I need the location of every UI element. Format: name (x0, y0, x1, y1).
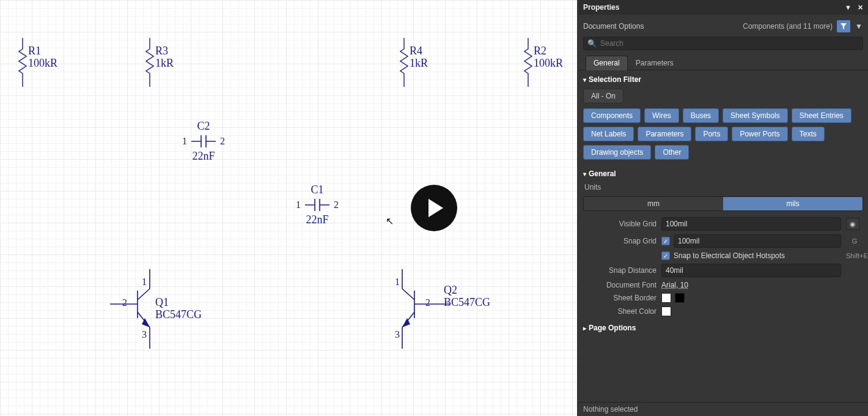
pin-2: 2 (122, 297, 127, 308)
resistor-icon (400, 38, 408, 87)
dropdown-icon[interactable]: ▼ (845, 4, 851, 12)
document-font-value[interactable]: Arial, 10 (661, 281, 688, 289)
pin-3: 3 (395, 329, 400, 340)
search-box[interactable]: 🔍 (583, 37, 863, 50)
snap-grid-hotkey: G (846, 237, 863, 245)
panel-title: Properties (583, 3, 619, 12)
transistor-icon (391, 269, 452, 349)
component-value: 22nF (296, 214, 339, 226)
play-button[interactable] (411, 185, 457, 231)
sheet-border-label: Sheet Border (583, 294, 657, 302)
snap-grid-label: Snap Grid (583, 237, 657, 245)
resistor-icon (18, 38, 27, 87)
snap-grid-input[interactable] (674, 234, 841, 248)
unit-mils[interactable]: mils (723, 197, 862, 210)
filter-texts[interactable]: Texts (792, 127, 825, 141)
pin-2: 2 (425, 297, 430, 308)
component-q1[interactable]: 1 2 3 Q1 BC547CG (110, 269, 165, 349)
section-general[interactable]: General (583, 167, 863, 180)
panel-header: Properties ▼ ✕ (578, 0, 868, 15)
component-value: BC547CG (155, 308, 202, 321)
pin-1: 1 (182, 136, 187, 147)
component-designator: Q1 (155, 296, 169, 309)
component-designator: R4 (410, 45, 422, 57)
filter-drawing-objects[interactable]: Drawing objects (583, 145, 651, 160)
snap-hotspots-label: Snap to Electrical Object Hotspots (674, 251, 785, 260)
visible-grid-toggle[interactable]: ◉ (846, 218, 859, 230)
unit-mm[interactable]: mm (584, 197, 723, 210)
filter-wires[interactable]: Wires (644, 108, 679, 123)
filter-power-ports[interactable]: Power Ports (732, 127, 787, 141)
component-value: 100kR (28, 57, 57, 69)
status-bar: Nothing selected (578, 402, 868, 416)
properties-panel: Properties ▼ ✕ Document Options Componen… (578, 0, 868, 416)
pin-2: 2 (220, 136, 225, 147)
snap-distance-input[interactable] (661, 264, 841, 277)
component-designator: R1 (28, 45, 41, 57)
filter-net-labels[interactable]: Net Labels (583, 127, 634, 141)
capacitor-icon (191, 133, 216, 150)
resistor-icon (145, 38, 154, 87)
pin-1: 1 (296, 199, 301, 210)
cursor-icon: ↖ (386, 215, 394, 227)
tab-general[interactable]: General (586, 56, 628, 70)
snap-distance-label: Snap Distance (583, 266, 657, 275)
component-value: 100kR (534, 57, 563, 69)
snap-grid-checkbox[interactable]: ✓ (661, 237, 670, 245)
filter-sheet-symbols[interactable]: Sheet Symbols (723, 108, 788, 123)
filter-buttons-row: ComponentsWiresBusesSheet SymbolsSheet E… (583, 106, 863, 162)
filter-ports[interactable]: Ports (695, 127, 728, 141)
snap-hotspots-hotkey: Shift+E (846, 252, 863, 259)
close-icon[interactable]: ✕ (858, 4, 863, 12)
capacitor-icon (305, 196, 329, 214)
sheet-color-swatch[interactable] (661, 306, 671, 316)
section-page-options[interactable]: Page Options (583, 321, 863, 335)
component-value: 22nF (182, 150, 225, 163)
component-designator: Q2 (444, 284, 457, 297)
filter-parameters[interactable]: Parameters (638, 127, 691, 141)
component-c2[interactable]: C2 1 2 22nF (182, 120, 225, 163)
component-value: 1kR (410, 57, 428, 69)
component-designator: R2 (534, 45, 546, 57)
eye-icon: ◉ (850, 220, 856, 228)
pin-2: 2 (334, 199, 339, 210)
scope-label: Components (and 11 more) (743, 22, 833, 31)
tab-parameters[interactable]: Parameters (628, 56, 682, 70)
component-c1[interactable]: C1 1 2 22nF (296, 184, 339, 226)
pin-3: 3 (142, 329, 147, 340)
funnel-icon (840, 23, 847, 30)
filter-button[interactable] (836, 20, 851, 33)
filter-dropdown[interactable]: ▼ (855, 20, 863, 33)
filter-components[interactable]: Components (583, 108, 641, 123)
sheet-color-label: Sheet Color (583, 307, 657, 316)
snap-hotspots-checkbox[interactable]: ✓ (661, 251, 670, 260)
visible-grid-input[interactable] (661, 217, 841, 231)
search-icon: 🔍 (587, 39, 597, 48)
units-label: Units (583, 180, 863, 193)
search-input[interactable] (600, 39, 859, 48)
component-designator: C1 (296, 184, 339, 196)
pin-1: 1 (395, 277, 400, 288)
filter-buses[interactable]: Buses (683, 108, 719, 123)
schematic-canvas[interactable]: R1100kR R31kR R41kR R2100kR C2 1 2 22nF … (0, 0, 578, 416)
visible-grid-label: Visible Grid (583, 220, 657, 228)
subhead-label: Document Options (583, 22, 644, 31)
component-designator: C2 (182, 120, 225, 133)
filter-sheet-entries[interactable]: Sheet Entries (792, 108, 851, 123)
sheet-border-color[interactable] (675, 293, 685, 303)
filter-other[interactable]: Other (655, 145, 689, 160)
section-selection-filter[interactable]: Selection Filter (583, 73, 863, 86)
component-designator: R3 (155, 45, 168, 57)
filter-all-on[interactable]: All - On (583, 89, 623, 103)
pin-1: 1 (142, 277, 147, 288)
component-value: BC547CG (444, 296, 490, 309)
resistor-icon (524, 38, 532, 87)
sheet-border-checkbox[interactable] (661, 293, 671, 303)
component-q2[interactable]: 1 2 3 Q2 BC547CG (391, 269, 452, 349)
document-font-label: Document Font (583, 281, 657, 289)
component-value: 1kR (155, 57, 174, 69)
